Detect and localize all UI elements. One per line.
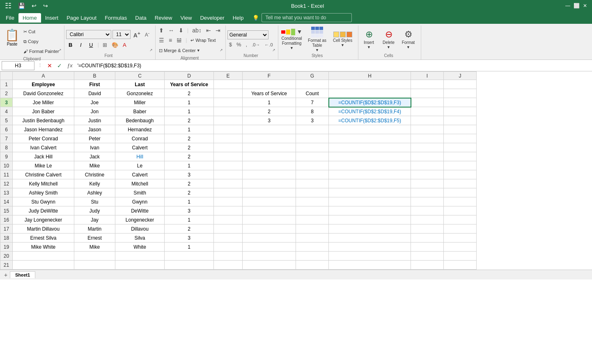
cell-A10[interactable]: Mike Le (13, 161, 74, 170)
cell-I13[interactable] (411, 188, 444, 197)
cell-A17[interactable]: Martin Dillavou (13, 224, 74, 234)
cell-C7[interactable]: Conrad (115, 134, 165, 143)
cell-E20[interactable] (214, 252, 243, 261)
cell-H9[interactable] (329, 152, 411, 161)
cell-J20[interactable] (444, 252, 477, 261)
cell-I20[interactable] (411, 252, 444, 261)
cell-D6[interactable]: 1 (165, 125, 214, 134)
cell-F6[interactable] (243, 125, 296, 134)
cell-E18[interactable] (214, 234, 243, 243)
cell-J13[interactable] (444, 188, 477, 197)
add-sheet-button[interactable]: + (2, 271, 10, 279)
cell-C4[interactable]: Baber (115, 107, 165, 116)
cell-F10[interactable] (243, 161, 296, 170)
cell-J1[interactable] (444, 80, 477, 89)
italic-button[interactable]: I (76, 40, 85, 49)
cell-G19[interactable] (296, 243, 329, 252)
cell-I11[interactable] (411, 170, 444, 179)
indent-increase-button[interactable]: ⇥ (214, 26, 222, 34)
expand-formula-bar-button[interactable]: ⋮ (36, 62, 44, 69)
cell-A16[interactable]: Jay Longenecker (13, 215, 74, 224)
cell-A21[interactable] (13, 261, 74, 270)
cell-I5[interactable] (411, 116, 444, 125)
cell-B4[interactable]: Jon (74, 107, 115, 116)
cell-D1[interactable]: Years of Service (165, 80, 214, 89)
font-name-select[interactable]: Calibri (66, 30, 111, 39)
cell-H7[interactable] (329, 134, 411, 143)
cell-A3[interactable]: Joe Miller (13, 98, 74, 107)
cell-G6[interactable] (296, 125, 329, 134)
cell-C9[interactable]: Hill (115, 152, 165, 161)
cell-A2[interactable]: David Gonzonelez (13, 89, 74, 98)
cell-A14[interactable]: Stu Gwynn (13, 197, 74, 206)
cell-A7[interactable]: Peter Conrad (13, 134, 74, 143)
cell-D7[interactable]: 2 (165, 134, 214, 143)
comma-button[interactable]: , (244, 41, 249, 48)
bold-button[interactable]: B (66, 40, 75, 49)
cell-J5[interactable] (444, 116, 477, 125)
cell-H20[interactable] (329, 252, 411, 261)
cell-J9[interactable] (444, 152, 477, 161)
cell-H13[interactable] (329, 188, 411, 197)
cell-F1[interactable] (243, 80, 296, 89)
cell-A18[interactable]: Ernest Silva (13, 234, 74, 243)
cell-C5[interactable]: Bedenbaugh (115, 116, 165, 125)
cell-D20[interactable] (165, 252, 214, 261)
align-top-button[interactable]: ⬆ (157, 26, 165, 34)
menu-data[interactable]: Data (131, 13, 150, 23)
alignment-expand[interactable]: ↗ (220, 48, 225, 53)
cell-I16[interactable] (411, 215, 444, 224)
cell-B12[interactable]: Kelly (74, 179, 115, 188)
cell-E13[interactable] (214, 188, 243, 197)
percent-button[interactable]: % (235, 41, 243, 48)
wrap-text-button[interactable]: ↵ Wrap Text (189, 36, 217, 45)
indent-decrease-button[interactable]: ⇤ (204, 26, 213, 34)
cell-G3[interactable]: 7 (296, 98, 329, 107)
window-controls[interactable]: — ⬜ ✕ (565, 3, 587, 9)
cell-styles-button[interactable]: Cell Styles ▼ (331, 28, 355, 50)
cell-E5[interactable] (214, 116, 243, 125)
cell-A1[interactable]: Employee (13, 80, 74, 89)
cell-J2[interactable] (444, 89, 477, 98)
cell-A15[interactable]: Judy DeWitte (13, 206, 74, 215)
cell-H10[interactable] (329, 161, 411, 170)
merge-center-button[interactable]: ⊡ Merge & Center ▼ (157, 46, 202, 55)
cell-H6[interactable] (329, 125, 411, 134)
cell-G14[interactable] (296, 197, 329, 206)
cell-E16[interactable] (214, 215, 243, 224)
cell-D8[interactable]: 2 (165, 143, 214, 152)
cell-F17[interactable] (243, 224, 296, 234)
cell-G5[interactable]: 3 (296, 116, 329, 125)
cell-B1[interactable]: First (74, 80, 115, 89)
cell-E11[interactable] (214, 170, 243, 179)
cell-J15[interactable] (444, 206, 477, 215)
cell-D5[interactable]: 2 (165, 116, 214, 125)
cell-C20[interactable] (115, 252, 165, 261)
cell-E12[interactable] (214, 179, 243, 188)
cell-B21[interactable] (74, 261, 115, 270)
cell-H1[interactable] (329, 80, 411, 89)
cell-H16[interactable] (329, 215, 411, 224)
cell-B8[interactable]: Ivan (74, 143, 115, 152)
cell-H17[interactable] (329, 224, 411, 234)
cell-B17[interactable]: Martin (74, 224, 115, 234)
increase-font-size-button[interactable]: A+ (132, 30, 142, 39)
cell-D14[interactable]: 1 (165, 197, 214, 206)
cell-E7[interactable] (214, 134, 243, 143)
paste-button[interactable]: 📋 Paste (3, 26, 21, 48)
cell-D4[interactable]: 1 (165, 107, 214, 116)
cell-B14[interactable]: Stu (74, 197, 115, 206)
cell-J18[interactable] (444, 234, 477, 243)
cell-D19[interactable]: 1 (165, 243, 214, 252)
cell-I9[interactable] (411, 152, 444, 161)
cell-D21[interactable] (165, 261, 214, 270)
cell-E17[interactable] (214, 224, 243, 234)
cell-F7[interactable] (243, 134, 296, 143)
cell-B18[interactable]: Ernest (74, 234, 115, 243)
cell-C17[interactable]: Dillavou (115, 224, 165, 234)
underline-button[interactable]: U (87, 40, 96, 49)
text-direction-button[interactable]: ab↕ (190, 26, 203, 34)
cell-I21[interactable] (411, 261, 444, 270)
menu-insert[interactable]: Insert (41, 13, 63, 23)
cell-A6[interactable]: Jason Hernandez (13, 125, 74, 134)
